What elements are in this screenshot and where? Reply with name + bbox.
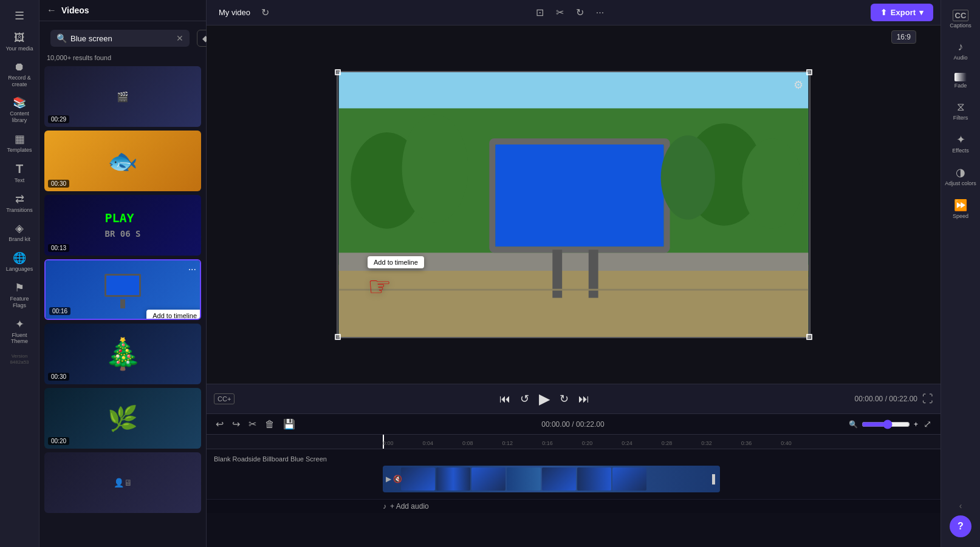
captions-button[interactable]: CC+	[214, 393, 235, 404]
captions-icon: CC	[953, 10, 969, 21]
sidebar-item-templates[interactable]: ▦ Templates	[1, 129, 38, 157]
video-thumb[interactable]: 🌿 00:20	[44, 388, 201, 449]
export-button[interactable]: ⬆ Export ▾	[871, 4, 933, 21]
video-thumb[interactable]: 🎬 00:29	[44, 66, 201, 127]
skip-forward-button[interactable]: ↻	[557, 390, 571, 408]
video-duration: 00:30	[48, 180, 69, 188]
sidebar-item-text[interactable]: T Text	[1, 158, 38, 188]
preview-scene	[338, 72, 809, 337]
time-display: 00:00.00 / 00:22.00	[855, 395, 917, 403]
sidebar-item-brand[interactable]: ◈ Brand kit	[1, 218, 38, 246]
sidebar-item-adjust-colors[interactable]: ◑ Adjust colors	[942, 161, 979, 191]
back-button[interactable]: ←	[47, 5, 57, 16]
strip-thumb	[471, 467, 505, 491]
sidebar-item-audio[interactable]: ♪ Audio	[942, 36, 979, 66]
help-button[interactable]: ?	[950, 515, 971, 537]
video-thumb[interactable]: 🎄 00:30	[44, 324, 201, 384]
collapse-panel-button[interactable]: ‹	[959, 501, 962, 511]
sidebar-item-filters[interactable]: ⧖ Filters	[942, 96, 979, 126]
timeline-area: ↩ ↪ ✂ 🗑 💾 00:00.00 / 00:22.00 🔍 + ⤢ 0:00…	[207, 413, 941, 547]
video-thumb-billboard[interactable]: 00:16 ··· Add to timeline	[44, 259, 201, 320]
save-button[interactable]: 💾	[281, 416, 297, 432]
sidebar-item-label: Languages	[6, 266, 33, 273]
fish-icon: 🐟	[108, 147, 138, 175]
speed-label: Speed	[953, 213, 968, 219]
redo-button[interactable]: ↪	[230, 416, 242, 432]
video-duration: 00:13	[48, 244, 69, 252]
strip-thumb	[577, 467, 611, 491]
more-options-button[interactable]: ···	[188, 264, 196, 275]
timeline-tracks: Blank Roadside Billboard Blue Screen ▶ 🔇	[207, 449, 941, 547]
sidebar-item-effects[interactable]: ✦ Effects	[942, 128, 979, 158]
refresh-button[interactable]: ↻	[261, 7, 269, 18]
expand-button[interactable]: ⤢	[922, 416, 933, 432]
replay-button[interactable]: ↺	[518, 390, 532, 408]
preview-area: ⚙ 16:9 Add to timeline ☞	[207, 25, 941, 384]
aspect-ratio-badge: 16:9	[891, 30, 916, 44]
fullscreen-button[interactable]: ⛶	[922, 393, 933, 406]
svg-rect-13	[339, 289, 809, 291]
fluent-theme-icon: ✦	[15, 318, 24, 331]
play-button[interactable]: ▶	[536, 388, 552, 410]
resize-handle-br[interactable]	[806, 334, 812, 340]
effects-icon: ✦	[956, 133, 965, 146]
filters-label: Filters	[953, 115, 968, 121]
video-thumb[interactable]: 🐟 00:30	[44, 131, 201, 191]
video-thumb[interactable]: PLAYBR 06 S 00:13	[44, 195, 201, 256]
delete-button[interactable]: 🗑	[263, 417, 276, 432]
thumb-preview: 👤🖥	[44, 452, 201, 513]
ruler-mark: 0:00	[383, 440, 394, 446]
strip-end-handle[interactable]: ▌	[712, 474, 718, 484]
search-input[interactable]	[70, 34, 173, 43]
video-duration: 00:16	[49, 307, 70, 315]
svg-point-12	[661, 135, 715, 220]
skip-to-end-button[interactable]: ⏭	[576, 390, 592, 408]
trim-button[interactable]: ✂	[553, 4, 567, 21]
sidebar-item-label: Text	[15, 177, 25, 184]
sidebar-item-languages[interactable]: 🌐 Languages	[1, 248, 38, 276]
video-title-button[interactable]: My video	[214, 5, 255, 19]
timeline-time: 00:00.00 / 00:22.00	[302, 420, 844, 429]
undo-button[interactable]: ↩	[214, 416, 225, 432]
add-to-timeline-tooltip[interactable]: Add to timeline	[146, 310, 201, 320]
resize-handle-bl[interactable]	[335, 334, 341, 340]
more-button[interactable]: ···	[593, 4, 607, 21]
resize-handle-tr[interactable]	[806, 69, 812, 75]
results-count: 10,000+ results found	[39, 52, 206, 66]
sidebar-item-your-media[interactable]: 🖼 Your media	[1, 28, 38, 56]
crop-button[interactable]: ⊡	[533, 4, 547, 21]
sidebar-item-transitions[interactable]: ⇄ Transitions	[1, 189, 38, 217]
add-audio-button[interactable]: ♪ + Add audio	[207, 499, 941, 513]
sidebar-item-speed[interactable]: ⏩ Speed	[942, 194, 979, 224]
your-media-icon: 🖼	[14, 32, 25, 44]
transitions-icon: ⇄	[15, 192, 24, 206]
zoom-slider[interactable]	[862, 420, 910, 429]
video-duration: 00:29	[48, 115, 69, 123]
skip-to-start-button[interactable]: ⏮	[497, 390, 513, 408]
plant-icon: 🌿	[108, 404, 138, 433]
cut-button[interactable]: ✂	[247, 416, 258, 432]
ruler-mark: 0:04	[423, 440, 434, 446]
clear-search-button[interactable]: ✕	[176, 33, 183, 43]
video-strip[interactable]: ▶ 🔇	[383, 466, 720, 492]
strip-thumb	[436, 467, 470, 491]
strip-thumb	[507, 467, 541, 491]
ruler-mark: 0:40	[781, 440, 792, 446]
sidebar-item-fluent-theme[interactable]: ✦ Fluent Theme	[1, 314, 38, 349]
text-icon: T	[16, 162, 23, 176]
hamburger-menu-button[interactable]: ☰	[9, 5, 30, 27]
sidebar-item-fade[interactable]: Fade	[942, 68, 979, 93]
rotate-button[interactable]: ↻	[573, 4, 587, 21]
captions-label: Captions	[950, 22, 971, 29]
zoom-control: 🔍 + ⤢	[849, 416, 933, 432]
record-icon: ⏺	[14, 61, 25, 73]
sidebar-item-label: Brand kit	[9, 236, 30, 243]
sidebar-item-captions[interactable]: CC Captions	[942, 5, 979, 33]
resize-handle-tl[interactable]	[335, 69, 341, 75]
sidebar-item-feature-flags[interactable]: ⚑ Feature Flags	[1, 277, 38, 313]
panel-header: ← Videos	[39, 0, 206, 21]
settings-button[interactable]: ⚙	[793, 78, 803, 92]
sidebar-item-content-library[interactable]: 📚 Content library	[1, 92, 38, 127]
sidebar-item-record-create[interactable]: ⏺ Record &create	[1, 57, 38, 92]
video-thumb[interactable]: 👤🖥	[44, 452, 201, 513]
